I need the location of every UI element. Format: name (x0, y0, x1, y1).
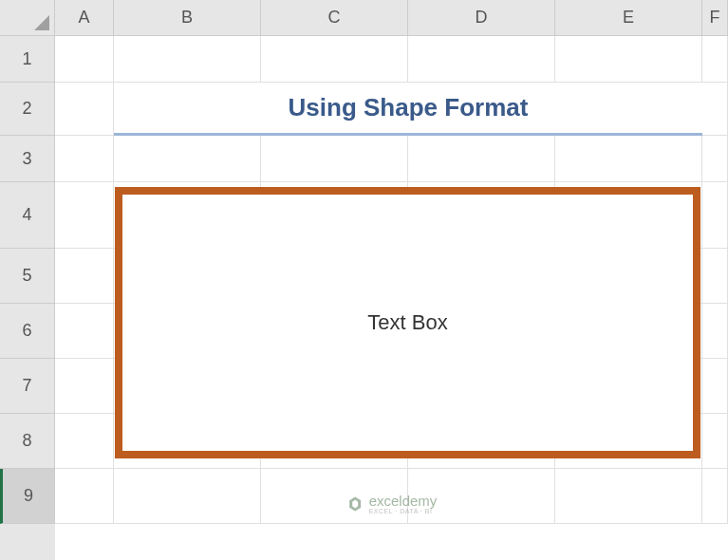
row-headers: 1 2 3 4 5 6 7 8 9 (0, 36, 55, 560)
cell[interactable] (702, 182, 728, 249)
cell[interactable] (702, 83, 728, 136)
cell[interactable] (408, 136, 555, 182)
cell[interactable] (55, 182, 114, 249)
cell[interactable] (55, 469, 114, 524)
row-header-9[interactable]: 9 (0, 469, 55, 524)
cell[interactable] (702, 136, 728, 182)
row-header-3[interactable]: 3 (0, 136, 55, 182)
watermark-subtitle: EXCEL · DATA · BI (369, 508, 438, 514)
cell[interactable] (114, 469, 261, 524)
column-header-e[interactable]: E (555, 0, 702, 36)
cell[interactable] (555, 36, 702, 83)
column-header-a[interactable]: A (55, 0, 114, 36)
cell[interactable] (261, 36, 408, 83)
watermark-text: exceldemy EXCEL · DATA · BI (369, 494, 438, 514)
cell[interactable] (408, 36, 555, 83)
row-header-5[interactable]: 5 (0, 249, 55, 304)
cell[interactable] (55, 414, 114, 469)
spreadsheet-grid: A B C D E F 1 2 3 4 5 6 7 8 9 (0, 0, 728, 560)
cell-grid: Using Shape Format Text Box exceldemy EX… (55, 36, 728, 560)
cell[interactable] (702, 249, 728, 304)
grid-row (55, 36, 728, 83)
cell[interactable] (702, 414, 728, 469)
merged-title-cell[interactable]: Using Shape Format (114, 83, 702, 136)
column-header-b[interactable]: B (114, 0, 261, 36)
row-header-4[interactable]: 4 (0, 182, 55, 249)
cell[interactable] (555, 136, 702, 182)
row-header-2[interactable]: 2 (0, 83, 55, 136)
cell[interactable] (261, 136, 408, 182)
column-headers: A B C D E F (55, 0, 728, 36)
cell[interactable] (555, 469, 702, 524)
cell[interactable] (55, 36, 114, 83)
column-header-f[interactable]: F (702, 0, 728, 36)
cell[interactable] (702, 304, 728, 359)
cell[interactable] (114, 36, 261, 83)
cell[interactable] (55, 249, 114, 304)
cell[interactable] (55, 304, 114, 359)
watermark-name: exceldemy (369, 494, 438, 508)
select-all-triangle[interactable] (0, 0, 55, 36)
row-header-7[interactable]: 7 (0, 359, 55, 414)
watermark: exceldemy EXCEL · DATA · BI (346, 494, 438, 514)
grid-row (55, 136, 728, 182)
cell[interactable] (702, 359, 728, 414)
cell[interactable] (55, 83, 114, 136)
row-header-8[interactable]: 8 (0, 414, 55, 469)
column-header-d[interactable]: D (408, 0, 555, 36)
textbox-shape[interactable]: Text Box (115, 187, 700, 458)
row-header-6[interactable]: 6 (0, 304, 55, 359)
cell[interactable] (702, 469, 728, 524)
watermark-logo-icon (346, 495, 364, 513)
column-header-c[interactable]: C (261, 0, 408, 36)
cell[interactable] (114, 136, 261, 182)
cell[interactable] (55, 359, 114, 414)
cell[interactable] (702, 36, 728, 83)
textbox-content: Text Box (367, 310, 447, 335)
cell[interactable] (55, 136, 114, 182)
row-header-1[interactable]: 1 (0, 36, 55, 83)
